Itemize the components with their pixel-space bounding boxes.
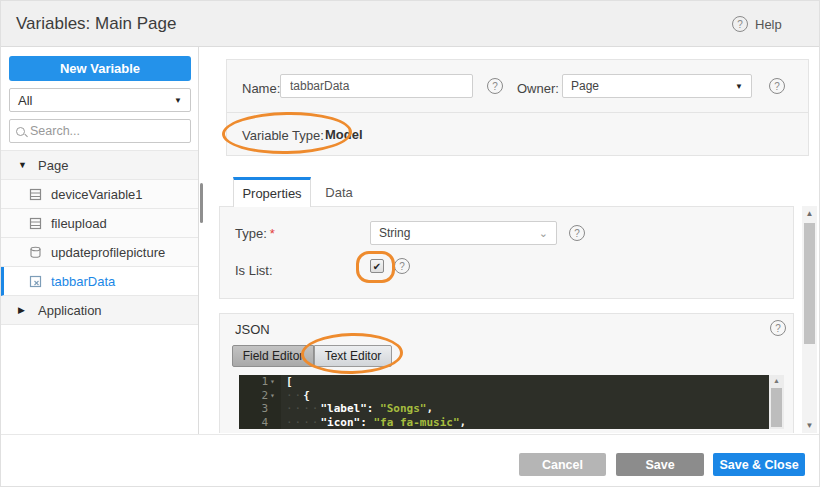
json-section: JSON ? Field Editor Text Editor 1▾ [ 2▾ … [219, 313, 794, 433]
variable-filter-select[interactable]: All ▼ [9, 88, 191, 112]
code-line: 4 ····"icon": "fa fa-music", [239, 416, 769, 430]
device-variable-icon [29, 217, 42, 230]
scroll-up-icon[interactable]: ▲ [802, 209, 817, 218]
panel-scrollbar-thumb[interactable] [804, 223, 815, 344]
json-section-title: JSON [235, 322, 270, 337]
owner-select[interactable]: Page ▼ [562, 74, 752, 98]
search-input[interactable] [30, 124, 180, 138]
properties-panel: Type:* String ⌄ ? Is List: ✔ ? [219, 206, 794, 299]
divider [227, 112, 808, 113]
scroll-down-icon[interactable]: ▼ [802, 421, 817, 430]
type-label: Type:* [235, 226, 275, 241]
is-list-help-icon[interactable]: ? [394, 258, 410, 274]
variable-search [9, 119, 191, 143]
text-editor-button[interactable]: Text Editor [314, 345, 392, 367]
variable-type-label: Variable Type: [242, 128, 324, 143]
tree-group-label: Page [38, 158, 68, 173]
help-icon: ? [732, 16, 748, 32]
variables-dialog: Variables: Main Page ? Help New Variable… [0, 0, 820, 487]
required-asterisk: * [270, 226, 275, 241]
sidebar-scrollbar-thumb[interactable] [200, 183, 203, 223]
type-help-icon[interactable]: ? [569, 225, 585, 241]
owner-label: Owner:* [517, 81, 567, 96]
owner-help-icon[interactable]: ? [769, 78, 785, 94]
fold-icon: ▾ [270, 389, 278, 403]
name-help-icon[interactable]: ? [487, 78, 503, 94]
tab-data[interactable]: Data [313, 177, 365, 207]
tab-properties[interactable]: Properties [233, 177, 311, 207]
owner-value: Page [571, 79, 735, 93]
code-line: 3 ····"label": "Songs", [239, 402, 769, 416]
name-input[interactable] [280, 74, 473, 98]
tree-item-updateprofilepicture[interactable]: updateprofilepicture [1, 238, 198, 267]
tree-group-page[interactable]: ▼ Page [1, 151, 198, 180]
tree-item-label: fileupload [51, 216, 107, 231]
panel-scrollbar[interactable]: ▲ ▼ [802, 206, 817, 433]
new-variable-button[interactable]: New Variable [9, 56, 191, 81]
tree-item-devicevariable1[interactable]: deviceVariable1 [1, 180, 198, 209]
code-editor[interactable]: 1▾ [ 2▾ ··{ 3 ····"label": "Songs", 4 ··… [239, 375, 769, 429]
dialog-footer: Cancel Save Save & Close [1, 434, 820, 487]
is-list-label: Is List: [235, 263, 273, 278]
field-editor-button[interactable]: Field Editor [232, 345, 314, 367]
chevron-down-icon: ⌄ [539, 228, 548, 238]
tree-item-label: tabbarData [51, 274, 115, 289]
type-value: String [379, 226, 539, 240]
search-icon [16, 127, 25, 136]
cancel-button[interactable]: Cancel [519, 453, 606, 476]
scroll-up-icon[interactable]: ▲ [769, 377, 784, 384]
variable-tree: ▼ Page deviceVariable1 fileupload updat [1, 150, 198, 325]
tree-item-label: updateprofilepicture [51, 245, 165, 260]
tree-item-fileupload[interactable]: fileupload [1, 209, 198, 238]
type-select[interactable]: String ⌄ [370, 221, 557, 245]
expand-icon: ▶ [18, 305, 29, 315]
line-number: 3 [261, 402, 268, 416]
variable-filter-value: All [18, 93, 174, 108]
save-and-close-button[interactable]: Save & Close [713, 453, 805, 476]
caret-down-icon: ▼ [174, 96, 182, 105]
collapse-icon: ▼ [18, 160, 29, 170]
help-label: Help [755, 17, 782, 32]
save-button[interactable]: Save [616, 453, 704, 476]
editor-scrollbar[interactable]: ▲ [769, 375, 784, 429]
caret-down-icon: ▼ [735, 82, 743, 91]
dialog-header: Variables: Main Page ? Help [1, 1, 820, 47]
line-number: 1 [261, 375, 268, 389]
tree-group-label: Application [38, 303, 102, 318]
code-line: 1▾ [ [239, 375, 769, 389]
json-help-icon[interactable]: ? [770, 320, 786, 336]
editor-scrollbar-thumb[interactable] [771, 388, 782, 427]
service-variable-icon [29, 246, 42, 259]
line-number: 4 [261, 416, 268, 430]
page-title: Variables: Main Page [16, 14, 176, 34]
device-variable-icon [29, 188, 42, 201]
checkmark-icon: ✔ [373, 261, 381, 272]
variable-type-value: Model [325, 127, 363, 142]
model-variable-icon [29, 275, 42, 288]
help-button[interactable]: ? Help [732, 15, 782, 33]
is-list-checkbox[interactable]: ✔ [370, 259, 384, 273]
fold-icon: ▾ [270, 375, 278, 389]
tree-item-label: deviceVariable1 [51, 187, 143, 202]
variable-summary-box: Name:* ? Owner:* Page ▼ ? Variable Type:… [226, 59, 809, 156]
variables-sidebar: New Variable All ▼ ▼ Page deviceVariable… [1, 47, 199, 434]
line-number: 2 [261, 389, 268, 403]
tree-group-application[interactable]: ▶ Application [1, 296, 198, 325]
tree-item-tabbardata[interactable]: tabbarData [1, 267, 198, 296]
code-line: 2▾ ··{ [239, 389, 769, 403]
